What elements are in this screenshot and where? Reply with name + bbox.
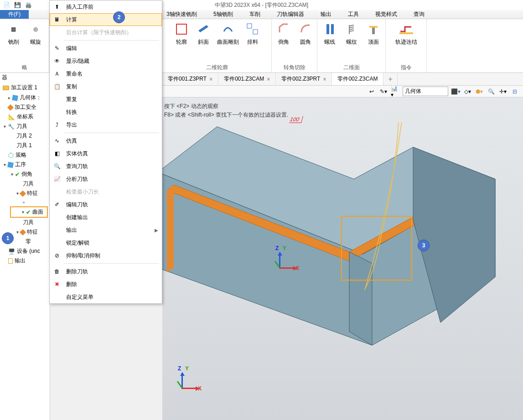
ctx-检查最小刀长: 检查最小刀长 bbox=[50, 185, 162, 198]
ctx-导出[interactable]: ⤴导出 bbox=[50, 118, 162, 131]
ctx-label: 复制 bbox=[66, 83, 77, 91]
tree-op-chamfer[interactable]: ▾✔倒角 bbox=[0, 169, 50, 179]
tree-safety[interactable]: 加工安全 bbox=[0, 102, 50, 112]
doc-tab-active[interactable]: 零件002.Z3CAM bbox=[332, 73, 383, 85]
doc-tabs: 零件001.Z3PRT× 零件001.Z3CAM× 零件002.Z3PRT× 零… bbox=[162, 73, 523, 86]
ctx-分析刀轨[interactable]: 📈分析刀轨 bbox=[50, 173, 162, 185]
ctx-转换[interactable]: 转换 bbox=[50, 106, 162, 118]
solid-sim-icon: ◧ bbox=[52, 149, 62, 158]
tool-fillet[interactable]: 圆角 bbox=[297, 21, 314, 46]
qat-print-icon[interactable]: 🖨️ bbox=[24, 0, 33, 10]
ctx-锁定/解锁[interactable]: 锁定/解锁 bbox=[50, 236, 162, 249]
tree-op-feat-leaf[interactable]: ▫ bbox=[0, 198, 50, 206]
tool-slope[interactable]: 斜面 bbox=[195, 21, 212, 46]
tree-strategy[interactable]: 策略 bbox=[0, 150, 50, 160]
tree-op-tool-b[interactable]: 刀具 bbox=[0, 218, 50, 227]
menu-turning[interactable]: 车削 bbox=[241, 10, 269, 19]
menu-file[interactable]: 件(F) bbox=[0, 10, 29, 19]
tool-link[interactable]: 轨迹连结 bbox=[395, 21, 417, 46]
ctx-删除刀轨[interactable]: 🗑删除刀轨 bbox=[50, 265, 162, 278]
menu-toolpath-editor[interactable]: 刀轨编辑器 bbox=[269, 10, 312, 19]
vp-section-icon[interactable]: ⊟ bbox=[510, 87, 519, 96]
ctx-显示/隐藏[interactable]: 👁显示/隐藏 bbox=[50, 55, 162, 67]
filter-select[interactable]: 几何体 bbox=[403, 87, 448, 96]
vp-axes-icon[interactable]: ✛▾ bbox=[498, 87, 507, 96]
ctx-重复[interactable]: 重复 bbox=[50, 93, 162, 106]
close-icon[interactable]: × bbox=[323, 76, 326, 82]
vp-zoom-icon[interactable]: 🔍 bbox=[487, 87, 496, 96]
tree-output[interactable]: 输出 bbox=[0, 256, 50, 266]
tool-mill[interactable]: ▦铣削 bbox=[5, 21, 22, 46]
tool-thread[interactable]: 螺纹 bbox=[343, 21, 360, 46]
menu-output[interactable]: 输出 bbox=[312, 10, 340, 19]
ctx-编辑[interactable]: ✎编辑 bbox=[50, 42, 162, 55]
blank-icon bbox=[52, 28, 62, 37]
doc-tab[interactable]: 零件002.Z3PRT× bbox=[276, 73, 332, 85]
blank-icon bbox=[52, 108, 62, 117]
ctx-label: 实体仿真 bbox=[66, 150, 88, 158]
csys-gizmo-corner: Z X Y bbox=[173, 368, 201, 395]
tool-nesting[interactable]: 排料 bbox=[244, 21, 261, 46]
diamond-icon bbox=[20, 229, 26, 235]
ctx-label: 计算 bbox=[66, 16, 77, 24]
ctx-label: 创建输出 bbox=[66, 214, 88, 221]
ctx-插入工序前[interactable]: ⬆插入工序前 bbox=[50, 0, 162, 13]
ctx-label: 锁定/解锁 bbox=[66, 239, 89, 247]
tree-op-surface[interactable]: ▾✔曲面 bbox=[10, 206, 48, 218]
ctx-自定义菜单[interactable]: 自定义菜单 bbox=[50, 291, 162, 303]
menu-3axis[interactable]: 3轴快速铣削 bbox=[158, 10, 205, 19]
tool-engrave[interactable]: 曲面雕刻 bbox=[217, 21, 239, 46]
viewport[interactable]: ↩ ✎▾ 📊▾ 几何体 ⬛▾ ◇▾ ⬢▾ 🔍 ✛▾ ⊟ 按下 <F2> 动态的观… bbox=[162, 86, 523, 420]
vp-eraser-icon[interactable]: ✎▾ bbox=[379, 87, 388, 96]
ctx-实体仿真[interactable]: ◧实体仿真 bbox=[50, 147, 162, 160]
close-icon[interactable]: × bbox=[267, 76, 270, 82]
vp-cube-icon[interactable]: ⬛▾ bbox=[451, 87, 460, 96]
ctx-重命名[interactable]: Ａ重命名 bbox=[50, 67, 162, 80]
dimension-label: 100 bbox=[290, 114, 302, 123]
tree-csys[interactable]: 📐坐标系 bbox=[0, 112, 50, 122]
ctx-查询刀轨[interactable]: 🔍查询刀轨 bbox=[50, 160, 162, 173]
ctx-复制[interactable]: 📋复制 bbox=[50, 80, 162, 93]
qat-save-icon[interactable]: 💾 bbox=[13, 0, 22, 10]
doc-tab[interactable]: 零件001.Z3PRT× bbox=[162, 73, 218, 85]
qat-new-icon[interactable]: 📄 bbox=[2, 0, 11, 10]
ctx-抑制/取消抑制[interactable]: ⊘抑制/取消抑制 bbox=[50, 249, 162, 262]
suppress-icon: ⊘ bbox=[52, 251, 62, 260]
vp-in-icon[interactable]: ↩ bbox=[367, 87, 376, 96]
tree-tool2[interactable]: 刀具 2 bbox=[0, 131, 50, 141]
menu-query[interactable]: 查询 bbox=[405, 10, 433, 19]
sim-icon: ∿ bbox=[52, 136, 62, 145]
ctx-后台计算（限于快速铣削）: 后台计算（限于快速铣削） bbox=[50, 26, 162, 39]
setup-root[interactable]: 加工设置 1 bbox=[0, 82, 50, 93]
vp-chart-icon[interactable]: 📊▾ bbox=[391, 87, 400, 96]
tool-spiral[interactable]: ◎螺旋 bbox=[27, 21, 44, 46]
doc-tab[interactable]: 零件001.Z3CAM× bbox=[218, 73, 276, 85]
tool-chamfer[interactable]: 倒角 bbox=[275, 21, 292, 46]
close-icon[interactable]: × bbox=[209, 76, 212, 82]
blank-icon bbox=[52, 238, 62, 247]
tree-tools-hdr[interactable]: ▾🔧刀具 bbox=[0, 122, 50, 131]
tree-tool1[interactable]: 刀具 1 bbox=[0, 141, 50, 150]
menu-tools[interactable]: 工具 bbox=[340, 10, 367, 19]
ctx-label: 显示/隐藏 bbox=[66, 57, 89, 65]
ctx-编辑刀轨[interactable]: ✐编辑刀轨 bbox=[50, 198, 162, 211]
tool-helix[interactable]: 螺线 bbox=[321, 21, 338, 46]
tree-geometry[interactable]: ▸几何体： bbox=[0, 93, 50, 102]
vp-wire-icon[interactable]: ◇▾ bbox=[463, 87, 472, 96]
tree-op-tool-a[interactable]: 刀具 bbox=[0, 179, 50, 189]
blank-icon bbox=[52, 95, 62, 104]
tree-device[interactable]: 🖥️设备 (unc bbox=[0, 246, 50, 256]
tool-topface[interactable]: 顶面 bbox=[365, 21, 382, 46]
menu-5axis[interactable]: 5轴铣削 bbox=[205, 10, 241, 19]
tree-op-feat-a[interactable]: ▾特征 bbox=[0, 189, 50, 198]
vp-shade-icon[interactable]: ⬢▾ bbox=[475, 87, 484, 96]
ctx-计算[interactable]: 🖩计算 bbox=[50, 13, 162, 26]
ctx-创建输出[interactable]: 创建输出 bbox=[50, 211, 162, 224]
ctx-输出[interactable]: 输出▶ bbox=[50, 224, 162, 236]
tree-ops-hdr[interactable]: ▾工序 bbox=[0, 160, 50, 169]
ctx-删除[interactable]: ✖删除 bbox=[50, 278, 162, 291]
menu-visual-style[interactable]: 视觉样式 bbox=[367, 10, 405, 19]
ctx-仿真[interactable]: ∿仿真 bbox=[50, 134, 162, 147]
tool-profile[interactable]: 轮廓 bbox=[173, 21, 190, 46]
add-tab-button[interactable]: + bbox=[383, 73, 397, 85]
